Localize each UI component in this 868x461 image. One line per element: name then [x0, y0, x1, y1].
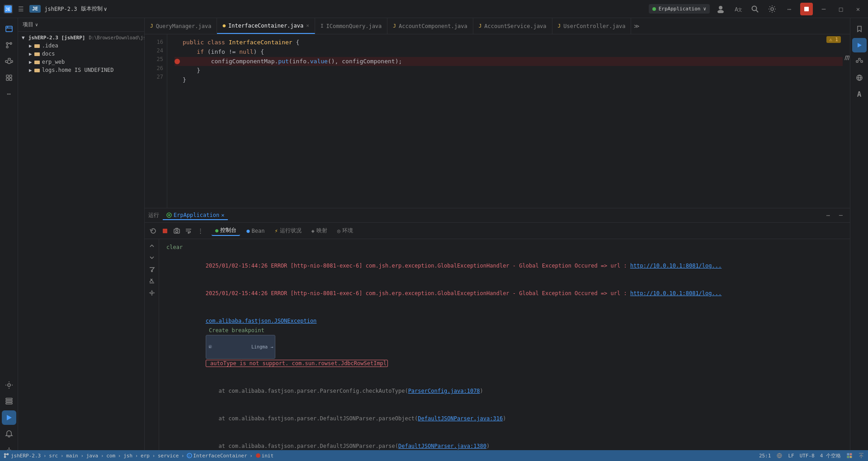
- run-tab-close[interactable]: ✕: [221, 212, 224, 218]
- sidebar-item-run[interactable]: [2, 410, 16, 425]
- hamburger-menu[interactable]: ☰: [16, 4, 26, 14]
- status-collab-icons: [846, 452, 853, 459]
- code-content[interactable]: public class InterfaceContainer { if (in…: [167, 34, 850, 208]
- svg-rect-30: [34, 44, 40, 48]
- console-more-options[interactable]: ⋮: [195, 226, 205, 236]
- tree-item-logs[interactable]: ▶ logs.home IS UNDEFINED: [18, 66, 144, 74]
- svg-rect-26: [6, 400, 12, 402]
- warning-badge[interactable]: ⚠ 1: [826, 36, 841, 43]
- run-label: 运行: [148, 212, 159, 219]
- folder-logs-icon: [34, 67, 40, 73]
- tab-bean[interactable]: ● Bean: [243, 227, 268, 235]
- minimap-toggle[interactable]: m: [844, 52, 849, 62]
- status-breadcrumb-src: src: [49, 453, 58, 459]
- clear-console-btn[interactable]: [147, 276, 157, 286]
- status-bar-right: 25:1 LF UTF-8 4 个空格: [759, 452, 864, 459]
- sidebar-item-notifications[interactable]: [2, 427, 16, 441]
- search-icon-btn[interactable]: [749, 3, 761, 15]
- maximize-btn[interactable]: □: [835, 3, 847, 15]
- status-lf: LF: [788, 453, 794, 459]
- breakpoint-icon[interactable]: [175, 59, 180, 64]
- top-bar-right: ErpApplication ∨ A 文 ⋯: [649, 3, 864, 15]
- minimize-btn[interactable]: ─: [817, 3, 830, 15]
- right-sidebar-globe[interactable]: [852, 71, 867, 85]
- profile-icon-btn[interactable]: [714, 3, 727, 15]
- settings-icon-btn[interactable]: [766, 3, 778, 15]
- filter-btn[interactable]: [147, 264, 157, 274]
- tab-console[interactable]: ● 控制台: [212, 226, 240, 236]
- stop-run-btn[interactable]: [800, 3, 813, 15]
- code-line-27: }: [175, 75, 843, 85]
- tab-mapping[interactable]: ◈ 映射: [308, 226, 331, 235]
- tab-account-component[interactable]: J AccountComponent.java: [387, 18, 473, 34]
- err1-link[interactable]: http://10.0.10.1:8081/log...: [630, 263, 722, 269]
- tab-env[interactable]: ◎ 环境: [334, 226, 357, 235]
- tab-user-controller[interactable]: J UserController.java: [552, 18, 632, 34]
- stack3-link[interactable]: DefaultJSONParser.java:1380: [398, 443, 486, 449]
- scroll-down-btn[interactable]: [147, 253, 157, 263]
- more-options-btn[interactable]: ⋯: [783, 3, 796, 15]
- svg-marker-28: [7, 415, 12, 420]
- status-git[interactable]: jshERP-2.3: [4, 453, 41, 459]
- console-output[interactable]: clear 2025/01/02-15:44:26 ERROR [http-ni…: [159, 239, 850, 461]
- sidebar-item-plugins[interactable]: [2, 71, 16, 85]
- console-dot: ●: [215, 227, 218, 234]
- lingma-badge[interactable]: ✦ Lingma →: [206, 335, 275, 359]
- svg-point-3: [717, 10, 724, 13]
- sidebar-item-settings[interactable]: [2, 378, 16, 392]
- exception-class-link[interactable]: com.alibaba.fastjson.JSONException: [206, 318, 317, 324]
- tab-run-status[interactable]: ⚡ 运行状况: [271, 226, 305, 235]
- status-breadcrumb-interface: I InterfaceContainer: [187, 453, 247, 459]
- tree-item-docs[interactable]: ▶ docs: [18, 50, 144, 58]
- scroll-up-btn[interactable]: [147, 241, 157, 251]
- status-breadcrumb-service: service: [158, 453, 179, 459]
- run-more-btn[interactable]: ⋯: [823, 210, 834, 221]
- sidebar-item-tools[interactable]: [2, 394, 16, 409]
- console-reload-btn[interactable]: [148, 226, 158, 236]
- run-minimize-btn[interactable]: ─: [835, 210, 846, 221]
- tree-item-idea[interactable]: ▶ .idea: [18, 42, 144, 50]
- main-layout: ⋯: [0, 18, 868, 461]
- run-app-tab[interactable]: ErpApplication ✕: [163, 211, 228, 220]
- err2-link[interactable]: http://10.0.10.1:8081/log...: [630, 290, 722, 296]
- sidebar-item-git[interactable]: [2, 38, 16, 52]
- create-breakpoint-link[interactable]: Create breakpoint: [206, 327, 268, 334]
- sidebar-item-structure[interactable]: [2, 54, 16, 69]
- console-screenshot-btn[interactable]: [172, 226, 182, 236]
- right-sidebar-bookmark[interactable]: [852, 22, 867, 36]
- tab-query-manager[interactable]: J QueryManager.java: [145, 18, 217, 34]
- tree-expand-docs: ▶: [29, 51, 32, 57]
- console-line-clear: clear: [166, 243, 843, 252]
- right-sidebar-a[interactable]: A: [852, 87, 867, 101]
- console-toolbar: ⋮ ● 控制台 ● Bean ⚡ 运行状况 ◈ 映射: [145, 223, 850, 239]
- right-sidebar-run[interactable]: [852, 38, 867, 52]
- sidebar-item-project[interactable]: [2, 22, 16, 36]
- console-wrap-btn[interactable]: [184, 226, 193, 236]
- stack2-link[interactable]: DefaultJSONParser.java:316: [418, 415, 503, 422]
- tree-label-logs: logs.home IS UNDEFINED: [42, 67, 114, 73]
- settings-console-btn[interactable]: [147, 288, 157, 298]
- tabs-more-btn[interactable]: ≫: [631, 23, 642, 29]
- top-bar: JE ☰ JE jshERP-2.3 版本控制 ∨ ErpApplication…: [0, 0, 868, 18]
- run-panel: 运行 ErpApplication ✕ ⋯ ─: [145, 208, 850, 461]
- svg-rect-58: [850, 453, 852, 455]
- console-stop-btn[interactable]: [160, 226, 170, 236]
- translate-icon-btn[interactable]: A 文: [731, 3, 744, 15]
- console-left-nav: [145, 239, 159, 461]
- tab-icommon-query[interactable]: I ICommonQuery.java: [315, 18, 387, 34]
- status-breadcrumb-init: init: [255, 453, 274, 459]
- tree-root-item[interactable]: ▼ jshERP-2.3 [jshERP] D:\BrowserDownload…: [18, 33, 144, 42]
- close-btn[interactable]: ✕: [852, 3, 864, 15]
- status-breadcrumb-java: java: [86, 453, 99, 459]
- erp-application-btn[interactable]: ErpApplication ∨: [649, 4, 710, 14]
- sidebar-item-more[interactable]: ⋯: [2, 87, 16, 101]
- tab-interface-container[interactable]: ● InterfaceContainer.java ✕: [217, 18, 315, 34]
- tree-item-erpweb[interactable]: ▶ erp_web: [18, 58, 144, 66]
- tab-close-btn[interactable]: ✕: [306, 23, 309, 28]
- right-sidebar-structure[interactable]: [852, 54, 867, 69]
- tab-account-service[interactable]: J AccountService.java: [473, 18, 552, 34]
- version-control-btn[interactable]: 版本控制 ∨: [81, 5, 107, 13]
- run-app-icon: [166, 212, 172, 218]
- tree-label-docs: docs: [42, 51, 55, 57]
- stack1-link[interactable]: ParserConfig.java:1078: [408, 388, 480, 394]
